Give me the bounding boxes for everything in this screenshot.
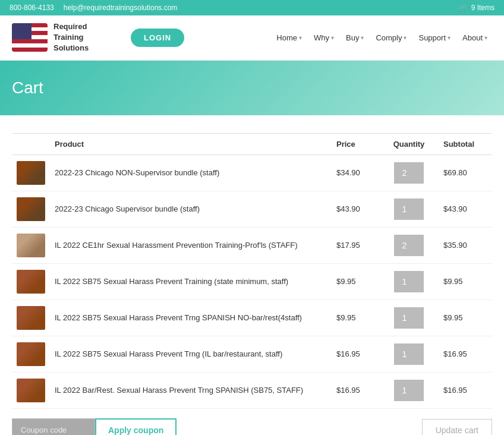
- product-subtotal-cell: $16.95: [439, 336, 492, 372]
- col-header-price: Price: [332, 133, 379, 155]
- quantity-input[interactable]: [394, 235, 424, 256]
- product-price: $16.95: [336, 349, 360, 358]
- update-cart-button[interactable]: Update cart: [422, 419, 492, 435]
- product-thumbnail: [17, 306, 45, 330]
- product-name: IL 2022 SB75 Sexual Harass Prevent Trng …: [55, 349, 282, 358]
- nav-item-support[interactable]: Support ▾: [414, 31, 455, 45]
- quantity-input[interactable]: [394, 162, 424, 184]
- table-row: IL 2022 CE1hr Sexual Harassment Preventi…: [12, 227, 492, 263]
- product-thumbnail: [17, 342, 45, 366]
- product-subtotal: $16.95: [443, 349, 467, 358]
- logo-area: Required Training Solutions: [12, 21, 119, 54]
- product-price-cell: $34.90: [332, 155, 379, 191]
- chevron-down-icon: ▾: [361, 34, 364, 41]
- product-subtotal: $16.95: [443, 386, 467, 395]
- product-thumbnail: [17, 379, 45, 402]
- product-subtotal-cell: $16.95: [439, 372, 492, 408]
- table-row: 2022-23 Chicago Supervisor bundle (staff…: [12, 191, 492, 227]
- chevron-down-icon: ▾: [331, 34, 334, 41]
- product-qty-cell: [379, 227, 439, 263]
- top-bar-left: 800-806-4133 help@requiredtrainingsoluti…: [10, 4, 177, 12]
- page-title: Cart: [12, 78, 492, 97]
- product-price: $9.95: [336, 277, 356, 286]
- product-price-cell: $16.95: [332, 372, 379, 408]
- product-price-cell: $9.95: [332, 263, 379, 300]
- product-name-cell: IL 2022 SB75 Sexual Harass Prevent Trng …: [50, 336, 332, 372]
- product-price-cell: $17.95: [332, 227, 379, 263]
- product-qty-cell: [379, 300, 439, 336]
- product-subtotal: $35.90: [443, 241, 467, 250]
- product-qty-cell: [379, 191, 439, 227]
- product-price: $43.90: [336, 204, 360, 213]
- quantity-input[interactable]: [394, 198, 424, 220]
- product-thumbnail-cell: [12, 300, 50, 336]
- product-price: $16.95: [336, 386, 360, 395]
- product-name-cell: 2022-23 Chicago Supervisor bundle (staff…: [50, 191, 332, 227]
- product-thumbnail-cell: [12, 227, 50, 263]
- flag-icon: [12, 23, 48, 52]
- top-bar: 800-806-4133 help@requiredtrainingsoluti…: [0, 0, 504, 15]
- header: Required Training Solutions LOGIN Home ▾…: [0, 15, 504, 61]
- nav-item-home[interactable]: Home ▾: [272, 31, 307, 45]
- quantity-input[interactable]: [394, 271, 424, 292]
- product-thumbnail: [17, 234, 45, 257]
- product-thumbnail-cell: [12, 263, 50, 300]
- product-subtotal: $9.95: [443, 277, 463, 286]
- product-name: 2022-23 Chicago Supervisor bundle (staff…: [55, 204, 200, 213]
- product-qty-cell: [379, 372, 439, 408]
- product-thumbnail-cell: [12, 372, 50, 408]
- coupon-area: Apply coupon: [12, 418, 177, 435]
- product-price-cell: $16.95: [332, 336, 379, 372]
- product-price: $9.95: [336, 313, 356, 322]
- product-price: $34.90: [336, 168, 360, 177]
- cart-count: 9 Items: [471, 4, 494, 12]
- table-row: IL 2022 SB75 Sexual Harass Prevent Trng …: [12, 336, 492, 372]
- product-price-cell: $9.95: [332, 300, 379, 336]
- product-qty-cell: [379, 336, 439, 372]
- product-thumbnail: [17, 270, 45, 294]
- table-row: IL 2022 Bar/Rest. Sexual Harass Prevent …: [12, 372, 492, 408]
- product-price: $17.95: [336, 241, 360, 250]
- main-nav: Home ▾ Why ▾ Buy ▾ Comply ▾ Support ▾ Ab…: [272, 31, 492, 45]
- product-qty-cell: [379, 263, 439, 300]
- product-name: IL 2022 CE1hr Sexual Harassment Preventi…: [55, 241, 298, 250]
- product-name-cell: IL 2022 SB75 Sexual Harass Prevent Trng …: [50, 300, 332, 336]
- product-name-cell: 2022-23 Chicago NON-Supervisor bundle (s…: [50, 155, 332, 191]
- chevron-down-icon: ▾: [404, 34, 407, 41]
- chevron-down-icon: ▾: [448, 34, 451, 41]
- cart-footer: Apply coupon Update cart: [12, 409, 492, 435]
- nav-item-about[interactable]: About ▾: [458, 31, 492, 45]
- nav-item-comply[interactable]: Comply ▾: [371, 31, 411, 45]
- product-name: IL 2022 Bar/Rest. Sexual Harass Prevent …: [55, 386, 303, 395]
- product-thumbnail-cell: [12, 191, 50, 227]
- product-subtotal-cell: $9.95: [439, 300, 492, 336]
- apply-coupon-button[interactable]: Apply coupon: [95, 418, 177, 435]
- product-thumbnail-cell: [12, 336, 50, 372]
- chevron-down-icon: ▾: [299, 34, 302, 41]
- product-thumbnail-cell: [12, 155, 50, 191]
- col-header-image: [12, 133, 50, 155]
- coupon-code-input[interactable]: [12, 418, 95, 435]
- logo-text: Required Training Solutions: [53, 21, 89, 54]
- quantity-input[interactable]: [394, 307, 424, 329]
- product-subtotal: $43.90: [443, 204, 467, 213]
- quantity-input[interactable]: [394, 380, 424, 401]
- col-header-subtotal: Subtotal: [439, 133, 492, 155]
- product-name-cell: IL 2022 Bar/Rest. Sexual Harass Prevent …: [50, 372, 332, 408]
- nav-item-buy[interactable]: Buy ▾: [341, 31, 368, 45]
- product-subtotal-cell: $43.90: [439, 191, 492, 227]
- phone-number: 800-806-4133: [10, 4, 54, 12]
- login-button[interactable]: LOGIN: [131, 29, 184, 47]
- product-subtotal: $69.80: [443, 168, 467, 177]
- product-subtotal-cell: $35.90: [439, 227, 492, 263]
- quantity-input[interactable]: [394, 343, 424, 365]
- product-subtotal: $9.95: [443, 313, 463, 322]
- cart-icon[interactable]: 🛒: [459, 4, 468, 12]
- product-thumbnail: [17, 197, 45, 221]
- product-name-cell: IL 2022 CE1hr Sexual Harassment Preventi…: [50, 227, 332, 263]
- product-name: IL 2022 SB75 Sexual Harass Prevent Trng …: [55, 313, 302, 322]
- product-subtotal-cell: $69.80: [439, 155, 492, 191]
- product-name: IL 2022 SB75 Sexual Harass Prevent Train…: [55, 277, 288, 286]
- product-name-cell: IL 2022 SB75 Sexual Harass Prevent Train…: [50, 263, 332, 300]
- nav-item-why[interactable]: Why ▾: [309, 31, 339, 45]
